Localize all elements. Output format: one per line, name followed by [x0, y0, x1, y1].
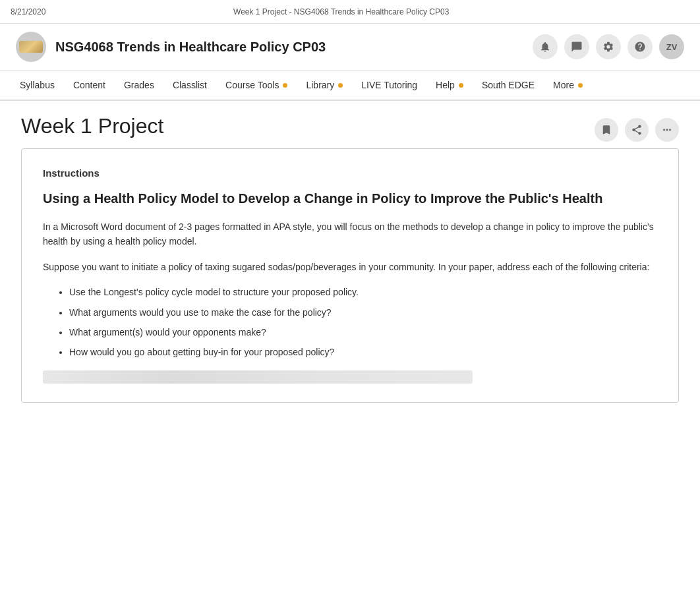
page-title: Week 1 Project [21, 114, 163, 138]
course-title: NSG4068 Trends in Healthcare Policy CP03 [55, 40, 326, 55]
page-header: Week 1 Project [0, 101, 700, 148]
paragraph-1: In a Microsoft Word document of 2-3 page… [43, 219, 657, 249]
redacted-content [43, 370, 473, 384]
nav-item-library[interactable]: Library [297, 71, 352, 100]
list-item: What argument(s) would your opponents ma… [69, 325, 657, 339]
nav-item-help[interactable]: Help [426, 71, 473, 100]
page-tab-title: Week 1 Project - NSG4068 Trends in Healt… [233, 7, 449, 16]
nav-item-more[interactable]: More [544, 71, 592, 100]
settings-icon [602, 41, 614, 53]
nav-item-south-edge[interactable]: South EDGE [473, 71, 544, 100]
nav-item-classlist[interactable]: Classlist [163, 71, 216, 100]
bookmark-button[interactable] [595, 118, 618, 142]
course-tools-dot [283, 83, 287, 88]
list-item: How would you go about getting buy-in fo… [69, 345, 657, 359]
share-icon [631, 124, 643, 136]
help-dot [459, 83, 463, 88]
header-right: ZV [533, 34, 684, 59]
nav-item-live-tutoring[interactable]: LIVE Tutoring [352, 71, 426, 100]
top-bar: 8/21/2020 Week 1 Project - NSG4068 Trend… [0, 0, 700, 24]
page-header-icons [595, 118, 679, 142]
list-item: What arguments would you use to make the… [69, 305, 657, 320]
paragraph-2: Suppose you want to initiate a policy of… [43, 260, 657, 274]
help-icon [634, 41, 646, 53]
date-label: 8/21/2020 [11, 7, 45, 16]
assignment-body: In a Microsoft Word document of 2-3 page… [43, 219, 657, 384]
notifications-button[interactable] [533, 34, 558, 59]
criteria-list: Use the Longest's policy cycle model to … [69, 285, 657, 360]
institution-logo [16, 32, 46, 62]
chat-icon [571, 41, 583, 53]
instructions-label: Instructions [43, 167, 657, 179]
content-area: Instructions Using a Health Policy Model… [21, 148, 679, 403]
list-item: Use the Longest's policy cycle model to … [69, 285, 657, 299]
bell-icon [539, 41, 551, 53]
help-header-button[interactable] [627, 34, 653, 59]
nav-bar: Syllabus Content Grades Classlist Course… [0, 71, 700, 101]
assignment-title: Using a Health Policy Model to Develop a… [43, 189, 657, 208]
nav-item-grades[interactable]: Grades [115, 71, 163, 100]
nav-item-course-tools[interactable]: Course Tools [216, 71, 297, 100]
logo-inner [19, 41, 43, 53]
user-avatar[interactable]: ZV [659, 34, 684, 59]
messages-button[interactable] [564, 34, 589, 59]
header: NSG4068 Trends in Healthcare Policy CP03… [0, 24, 700, 71]
library-dot [338, 83, 343, 88]
share-button[interactable] [625, 118, 649, 142]
nav-item-syllabus[interactable]: Syllabus [11, 71, 64, 100]
settings-button[interactable] [596, 34, 621, 59]
more-horiz-icon [661, 124, 673, 136]
more-options-button[interactable] [655, 118, 679, 142]
bookmark-icon [600, 124, 612, 136]
header-left: NSG4068 Trends in Healthcare Policy CP03 [16, 32, 326, 62]
nav-item-content[interactable]: Content [64, 71, 115, 100]
more-dot [578, 83, 583, 88]
